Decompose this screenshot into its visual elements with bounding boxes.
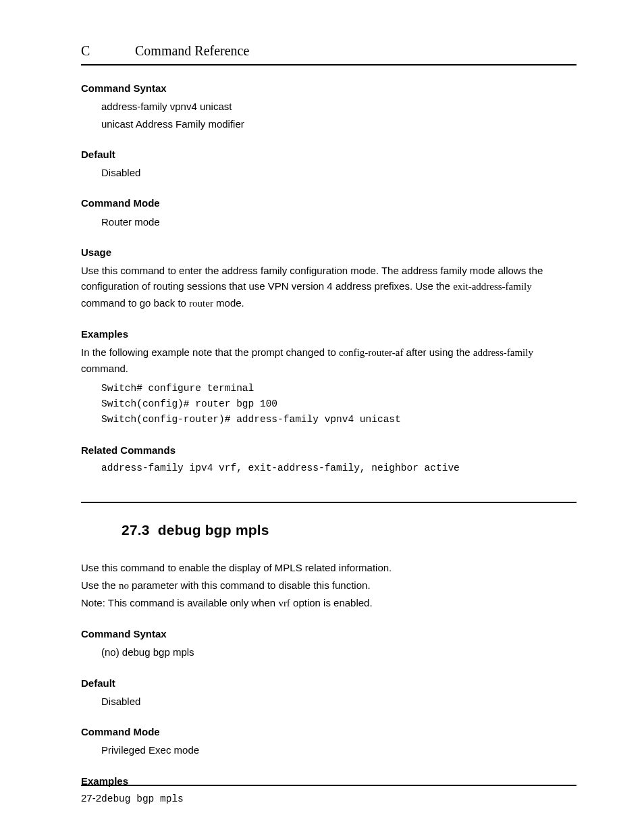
inline-keyword: address-family — [473, 347, 533, 358]
usage-paragraph: Use this command to enter the address fa… — [81, 263, 576, 311]
section-title: 27.3 debug bgp mpls — [122, 519, 576, 542]
code-line: Switch# configure terminal — [101, 381, 576, 396]
examples-text: In the following example note that the p… — [81, 346, 339, 358]
heading-default: Default — [81, 147, 576, 162]
examples-text: command. — [81, 363, 128, 374]
mode-value: Privileged Exec mode — [101, 742, 576, 758]
section-name: debug bgp mpls — [158, 522, 269, 538]
mode-value: Router mode — [101, 214, 576, 230]
inline-command: exit-address-family — [453, 281, 532, 292]
inline-keyword: config-router-af — [339, 347, 403, 358]
inline-keyword: no — [119, 580, 129, 591]
default-value: Disabled — [101, 165, 576, 180]
syntax-line: address-family vpnv4 unicast — [101, 99, 576, 114]
heading-command-syntax: Command Syntax — [81, 80, 576, 96]
header-letter: C — [81, 41, 135, 61]
syntax-value: (no) debug bgp mpls — [101, 644, 576, 660]
examples-text: after using the — [403, 346, 473, 358]
section-address-family: Command Syntax address-family vpnv4 unic… — [81, 80, 576, 476]
usage-text: mode. — [213, 297, 244, 309]
syntax-line: unicast Address Family modifier — [101, 116, 576, 132]
related-commands-value: address-family ipv4 vrf, exit-address-fa… — [101, 461, 576, 475]
intro-text: parameter with this command to disable t… — [129, 579, 371, 591]
default-value: Disabled — [101, 694, 576, 709]
heading-related-commands: Related Commands — [81, 442, 576, 458]
page-number: 27-2 — [81, 792, 101, 804]
heading-default: Default — [81, 675, 576, 691]
section-debug-bgp-mpls: Use this command to enable the display o… — [81, 560, 576, 806]
intro-text: Use the — [81, 579, 119, 591]
header-title: Command Reference — [135, 41, 249, 61]
intro-line: Use this command to enable the display o… — [81, 560, 576, 575]
section-number: 27.3 — [122, 522, 150, 538]
intro-text: option is enabled. — [290, 597, 373, 608]
intro-text: Note: This command is available only whe… — [81, 597, 278, 608]
intro-line: Use the no parameter with this command t… — [81, 577, 576, 594]
examples-paragraph: In the following example note that the p… — [81, 344, 576, 377]
code-line: Switch(config-router)# address-family vp… — [101, 412, 576, 427]
usage-text: command to go back to — [81, 297, 189, 309]
code-line: Switch(config)# router bgp 100 — [101, 396, 576, 412]
inline-command: router — [189, 298, 213, 309]
page-footer: 27-2 — [81, 785, 576, 806]
inline-keyword: vrf — [278, 598, 290, 608]
heading-command-mode: Command Mode — [81, 724, 576, 739]
heading-command-mode: Command Mode — [81, 195, 576, 211]
page-header: C Command Reference — [81, 41, 576, 66]
heading-examples: Examples — [81, 326, 576, 342]
section-divider — [81, 502, 576, 503]
heading-usage: Usage — [81, 244, 576, 260]
heading-command-syntax: Command Syntax — [81, 626, 576, 642]
code-block: Switch# configure terminal Switch(config… — [81, 381, 576, 428]
intro-line: Note: This command is available only whe… — [81, 595, 576, 611]
